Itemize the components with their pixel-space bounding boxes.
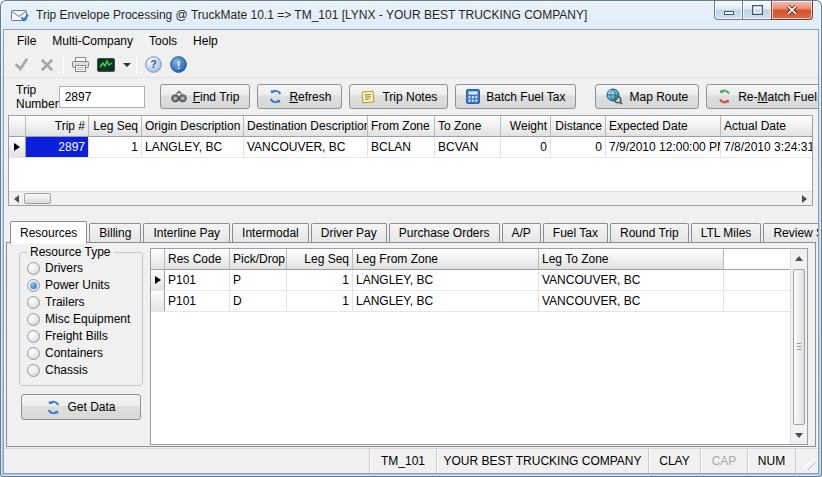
- cell-leg-seq[interactable]: 1: [287, 270, 353, 290]
- menu-tools[interactable]: Tools: [141, 31, 185, 51]
- refresh-icon: [268, 89, 283, 104]
- trip-number-input[interactable]: [59, 86, 145, 108]
- resize-grip-icon[interactable]: [796, 449, 818, 473]
- tab-review-status[interactable]: Review Status: [763, 223, 818, 243]
- tab-billing[interactable]: Billing: [89, 223, 141, 243]
- close-button[interactable]: [771, 1, 813, 20]
- find-trip-button[interactable]: Find Trip: [160, 84, 251, 109]
- row-selector[interactable]: [9, 137, 26, 157]
- trip-notes-button[interactable]: Trip Notes: [349, 84, 448, 109]
- column-header-to-zone[interactable]: To Zone: [435, 116, 501, 137]
- cancel-edit-toolbar-button: [34, 54, 59, 76]
- column-header-leg-seq[interactable]: Leg Seq: [287, 249, 353, 270]
- table-row[interactable]: P101P1LANGLEY, BCVANCOUVER, BC: [151, 270, 790, 291]
- help-toolbar-button[interactable]: ?: [141, 54, 166, 76]
- cell-leg-to-zone[interactable]: VANCOUVER, BC: [539, 270, 724, 290]
- cell-leg-seq[interactable]: 1: [287, 291, 353, 311]
- column-header-leg-to-zone[interactable]: Leg To Zone: [539, 249, 724, 270]
- column-header-res-code[interactable]: Res Code: [165, 249, 230, 270]
- tab-resources[interactable]: Resources: [10, 221, 87, 244]
- cell-leg-from-zone[interactable]: LANGLEY, BC: [353, 291, 539, 311]
- radio-trailers[interactable]: Trailers: [27, 294, 140, 310]
- menu-file[interactable]: File: [9, 31, 44, 51]
- about-toolbar-button[interactable]: !: [166, 54, 191, 76]
- scroll-up-button[interactable]: [791, 251, 806, 265]
- maximize-button[interactable]: [743, 1, 771, 20]
- radio-containers[interactable]: Containers: [27, 345, 140, 361]
- cell-actual-date[interactable]: 7/8/2010 3:24:31 PM: [721, 137, 812, 157]
- table-row[interactable]: P101D1LANGLEY, BCVANCOUVER, BC: [151, 291, 790, 312]
- info-icon: !: [170, 56, 187, 73]
- tab-driver-pay[interactable]: Driver Pay: [311, 223, 387, 243]
- radio-chassis[interactable]: Chassis: [27, 362, 140, 378]
- cell-origin-description[interactable]: LANGLEY, BC: [142, 137, 244, 157]
- button-label: Get Data: [67, 400, 115, 414]
- table-row[interactable]: 28971LANGLEY, BCVANCOUVER, BCBCLANBCVAN0…: [9, 137, 812, 158]
- cell-leg-seq[interactable]: 1: [89, 137, 142, 157]
- menu-help[interactable]: Help: [185, 31, 226, 51]
- column-header-weight[interactable]: Weight: [501, 116, 551, 137]
- column-header-actual-date[interactable]: Actual Date: [721, 116, 812, 137]
- column-header-distance[interactable]: Distance: [551, 116, 606, 137]
- cell-leg-from-zone[interactable]: LANGLEY, BC: [353, 270, 539, 290]
- cell-leg-to-zone[interactable]: VANCOUVER, BC: [539, 291, 724, 311]
- menu-multi-company[interactable]: Multi-Company: [44, 31, 141, 51]
- tab-intermodal[interactable]: Intermodal: [232, 223, 309, 243]
- leg-grid-content: Res CodePick/DropLeg SeqLeg From ZoneLeg…: [151, 249, 790, 444]
- column-header-trip[interactable]: Trip #: [26, 116, 89, 137]
- title-bar[interactable]: Trip Envelope Processing @ TruckMate 10.…: [0, 0, 822, 30]
- hscroll-track[interactable]: [51, 192, 797, 205]
- terminal-dropdown-button[interactable]: [118, 54, 132, 76]
- leg-grid-vscrollbar[interactable]: [790, 249, 807, 444]
- tab-fuel-tax[interactable]: Fuel Tax: [543, 223, 608, 243]
- cell-distance[interactable]: 0: [551, 137, 606, 157]
- cell-res-code[interactable]: P101: [165, 291, 230, 311]
- column-header-leg-seq[interactable]: Leg Seq: [89, 116, 142, 137]
- calculator-icon: [466, 89, 480, 104]
- tab-interline-pay[interactable]: Interline Pay: [143, 223, 230, 243]
- up-arrow-icon: [795, 256, 803, 261]
- scroll-left-button[interactable]: [9, 192, 24, 206]
- cell-to-zone[interactable]: BCVAN: [435, 137, 501, 157]
- cell-weight[interactable]: 0: [501, 137, 551, 157]
- print-toolbar-button[interactable]: [68, 54, 93, 76]
- tab-ltl-miles[interactable]: LTL Miles: [691, 223, 762, 243]
- cell-expected-date[interactable]: 7/9/2010 12:00:00 PM: [606, 137, 721, 157]
- row-selector[interactable]: [151, 291, 165, 311]
- cell-from-zone[interactable]: BCLAN: [368, 137, 435, 157]
- radio-power-units[interactable]: Power Units: [27, 277, 140, 293]
- scroll-down-button[interactable]: [791, 428, 806, 442]
- radio-misc-equipment[interactable]: Misc Equipment: [27, 311, 140, 327]
- cell-res-code[interactable]: P101: [165, 270, 230, 290]
- re-match-fuel-button[interactable]: Re-Match Fuel: [706, 84, 818, 109]
- column-header-pick-drop[interactable]: Pick/Drop: [230, 249, 287, 270]
- column-header-expected-date[interactable]: Expected Date: [606, 116, 721, 137]
- get-data-button[interactable]: Get Data: [21, 394, 141, 420]
- radio-drivers[interactable]: Drivers: [27, 260, 140, 276]
- cell-pick-drop[interactable]: P: [230, 270, 287, 290]
- printer-icon: [72, 57, 89, 72]
- column-header-origin-description[interactable]: Origin Description: [142, 116, 244, 137]
- tab-round-trip[interactable]: Round Trip: [610, 223, 689, 243]
- cell-pick-drop[interactable]: D: [230, 291, 287, 311]
- map-route-button[interactable]: Map Route: [595, 84, 699, 109]
- toolbar: ?!: [4, 52, 818, 78]
- batch-fuel-tax-button[interactable]: Batch Fuel Tax: [455, 84, 576, 109]
- cell-trip[interactable]: 2897: [26, 137, 89, 157]
- vscroll-thumb[interactable]: [793, 269, 805, 425]
- column-header-from-zone[interactable]: From Zone: [368, 116, 435, 137]
- scroll-right-button[interactable]: [797, 192, 812, 206]
- cell-destination-description[interactable]: VANCOUVER, BC: [244, 137, 368, 157]
- refresh-button[interactable]: Refresh: [257, 84, 342, 109]
- column-header-destination-description[interactable]: Destination Description: [244, 116, 368, 137]
- terminal-toolbar-button[interactable]: [93, 54, 118, 76]
- minimize-button[interactable]: [714, 1, 743, 20]
- hscroll-thumb[interactable]: [24, 193, 51, 204]
- radio-freight-bills[interactable]: Freight Bills: [27, 328, 140, 344]
- tab-purchase-orders[interactable]: Purchase Orders: [389, 223, 500, 243]
- trip-grid-hscrollbar[interactable]: [9, 191, 812, 205]
- column-header-leg-from-zone[interactable]: Leg From Zone: [353, 249, 539, 270]
- tab-a-p[interactable]: A/P: [502, 223, 541, 243]
- toolbar-separator: [63, 56, 64, 74]
- row-selector[interactable]: [151, 270, 165, 290]
